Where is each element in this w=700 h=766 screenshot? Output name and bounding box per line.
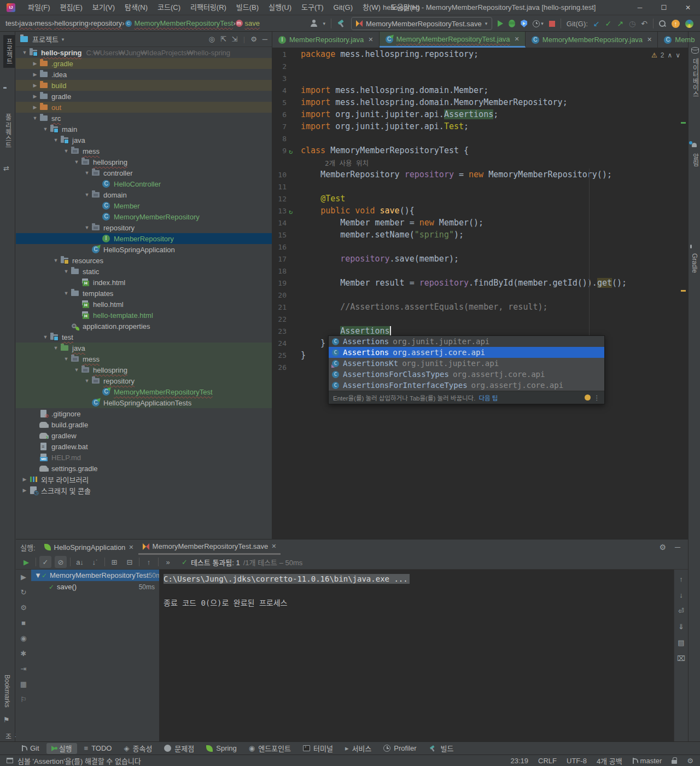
debug-button[interactable] <box>509 20 515 27</box>
expand-all-button[interactable]: ⇱ <box>220 35 226 43</box>
kebab-menu-icon[interactable]: ⋮ <box>594 394 600 402</box>
tree-item-test[interactable]: ▼test <box>16 332 272 343</box>
bookmark-icon[interactable]: ⚑ <box>3 716 12 724</box>
tree-item-index.html[interactable]: index.html <box>16 277 272 288</box>
breadcrumb-item[interactable]: msave <box>236 19 260 27</box>
menubar-item[interactable]: 코드(C) <box>153 3 185 11</box>
close-tab-icon[interactable]: ✕ <box>647 36 652 43</box>
run-test-gutter-icon[interactable]: ↻ <box>289 146 296 155</box>
chevron-expanded-icon[interactable]: ▼ <box>72 159 81 165</box>
tree-item-java[interactable]: ▼java <box>16 343 272 353</box>
git-branch-name[interactable]: master <box>640 757 662 765</box>
breadcrumb-item[interactable]: hellospring <box>54 19 89 27</box>
tree-item-templates[interactable]: ▼templates <box>16 288 272 299</box>
chevron-expanded-icon[interactable]: ▼ <box>83 192 91 198</box>
chevron-collapsed-icon[interactable]: ▶ <box>31 61 39 66</box>
profiler-button[interactable] <box>533 20 540 27</box>
chevron-collapsed-icon[interactable]: ▶ <box>31 83 39 88</box>
indent-indicator[interactable]: 4개 공백 <box>597 756 622 766</box>
tree-item-hello-template.html[interactable]: hello-template.html <box>16 310 272 321</box>
tree-item-build[interactable]: ▶build <box>16 80 272 91</box>
run-configuration-select[interactable]: MemoryMemberRepositoryTest.save ▾ <box>351 17 492 30</box>
tree-item-java[interactable]: ▼java <box>16 135 272 146</box>
editor-tab-MemberRepository.java[interactable]: IMemberRepository.java✕ <box>272 32 380 48</box>
commit-stripe-tab[interactable]: ⇄ <box>3 164 12 173</box>
minimize-button[interactable]: ─ <box>628 0 652 15</box>
toolwindow-button-Spring[interactable]: Spring <box>201 743 242 754</box>
notifications-stripe-tab[interactable]: 알림 <box>691 153 700 166</box>
tree-item-application.properties[interactable]: application.properties <box>16 321 272 332</box>
test-settings-button[interactable]: ⚙ <box>20 603 27 612</box>
chevron-expanded-icon[interactable]: ▼ <box>62 148 71 154</box>
tree-item-repository[interactable]: ▼repository <box>16 375 272 386</box>
tree-item-MemoryMemberRepository[interactable]: CMemoryMemberRepository <box>16 211 272 222</box>
menubar-item[interactable]: 탐색(N) <box>120 3 153 11</box>
search-everywhere-button[interactable] <box>659 20 666 27</box>
chevron-expanded-icon[interactable]: ▼ <box>83 225 91 230</box>
line-ending-indicator[interactable]: CRLF <box>538 757 557 765</box>
chevron-expanded-icon[interactable]: ▼ <box>20 50 29 55</box>
sort-by-duration-button[interactable]: ↓˙ <box>89 556 101 568</box>
chevron-collapsed-icon[interactable]: ▶ <box>31 72 39 77</box>
tree-item-gradlew.bat[interactable]: gradlew.bat <box>16 441 272 452</box>
ide-update-icon[interactable]: ↑ <box>672 20 680 28</box>
avatar-dropdown-icon[interactable]: ▾ <box>323 21 326 26</box>
history-button[interactable]: ◷ <box>629 19 635 28</box>
close-button[interactable]: ✕ <box>676 0 700 15</box>
editor-tab-Memb[interactable]: CMemb <box>658 32 700 48</box>
editor-tab-MemoryMemberRepositoryTest.java[interactable]: CMemoryMemberRepositoryTest.java✕ <box>380 32 526 48</box>
chevron-expanded-icon[interactable]: ▼ <box>62 356 71 362</box>
chevron-expanded-icon[interactable]: ▼ <box>83 170 91 176</box>
toolwindow-button-Git[interactable]: Git <box>16 743 44 754</box>
run-tab-MemoryMemberRepositoryTest.save[interactable]: MemoryMemberRepositoryTest.save✕ <box>138 539 281 555</box>
tree-item-.gitignore[interactable]: .gitignore <box>16 408 272 419</box>
build-hammer-icon[interactable] <box>337 19 346 28</box>
toolwindow-button-문제점[interactable]: !문제점 <box>159 743 199 754</box>
menubar-item[interactable]: 빌드(B) <box>231 3 264 11</box>
git-commit-button[interactable]: ✓ <box>605 19 612 28</box>
chevron-expanded-icon[interactable]: ▼ <box>41 126 50 132</box>
tree-item-hellospring[interactable]: ▼hellospring <box>16 364 272 375</box>
completion-item-Assertions[interactable]: CAssertionsorg.assertj.core.api <box>329 347 604 358</box>
maximize-button[interactable]: ☐ <box>652 0 676 15</box>
run-console[interactable]: C:\Users\Jung\.jdks\corretto-11.0.16\bin… <box>159 570 674 741</box>
expand-all-button[interactable]: ⊞ <box>108 556 120 568</box>
previous-occurrence-button[interactable]: ↑ <box>143 556 155 568</box>
pin-tab-button[interactable]: ⚐ <box>20 695 27 704</box>
show-ignored-toggle[interactable]: ⊘ <box>55 556 67 568</box>
hide-tool-window-button[interactable]: ─ <box>262 35 267 43</box>
tool-window-toggle-icon[interactable] <box>7 758 13 763</box>
gear-icon[interactable]: ⚙ <box>687 757 693 765</box>
tree-item-main[interactable]: ▼main <box>16 124 272 135</box>
run-test-gutter-icon[interactable]: ↻ <box>289 206 296 215</box>
gradle-stripe-tab[interactable]: Gradle <box>691 253 698 273</box>
toolwindow-button-서비스[interactable]: ▸서비스 <box>340 743 376 754</box>
completion-item-AssertionsForInterfaceTypes[interactable]: CAssertionsForInterfaceTypesorg.assertj.… <box>329 380 604 391</box>
breadcrumb-item[interactable]: repository <box>91 19 122 27</box>
run-button[interactable] <box>498 20 503 27</box>
project-view-title[interactable]: 프로젝트 <box>32 34 59 44</box>
tree-item-mess[interactable]: ▼mess <box>16 146 272 156</box>
database-stripe-tab[interactable]: 데이터베이스 <box>691 58 700 97</box>
chevron-collapsed-icon[interactable]: ▶ <box>20 488 29 493</box>
breadcrumb-item[interactable]: java <box>19 19 32 27</box>
tree-item-[interactable]: ▶스크래치 및 콘솔 <box>16 485 272 496</box>
code-editor[interactable]: 1package mess.hellospring.repository;234… <box>272 48 688 539</box>
rerun-button[interactable]: ↻ <box>21 588 27 596</box>
tree-item-mess[interactable]: ▼mess <box>16 353 272 364</box>
tree-item-Member[interactable]: CMember <box>16 200 272 211</box>
tree-item-.idea[interactable]: ▶.idea <box>16 69 272 80</box>
bookmarks-stripe-tab[interactable]: Bookmarks <box>3 675 11 707</box>
breadcrumb-item[interactable]: CMemoryMemberRepositoryTest <box>125 19 234 27</box>
lock-icon[interactable] <box>672 757 677 764</box>
menubar-item[interactable]: 창(W) <box>358 3 386 11</box>
toolwindow-button-실행[interactable]: 실행 <box>46 743 77 754</box>
tree-item-hellospring[interactable]: ▼hellospring <box>16 156 272 167</box>
test-tree-item-save()[interactable]: ✓save()50ms <box>31 581 159 593</box>
close-tab-icon[interactable]: ✕ <box>368 36 373 43</box>
menubar-item[interactable]: 리팩터링(R) <box>185 3 231 11</box>
menubar-item[interactable]: 편집(E) <box>55 3 88 11</box>
tree-item-MemberRepository[interactable]: IMemberRepository <box>16 233 272 244</box>
project-folder-icon[interactable] <box>3 89 12 97</box>
hide-tool-window-button[interactable]: ─ <box>675 543 680 552</box>
